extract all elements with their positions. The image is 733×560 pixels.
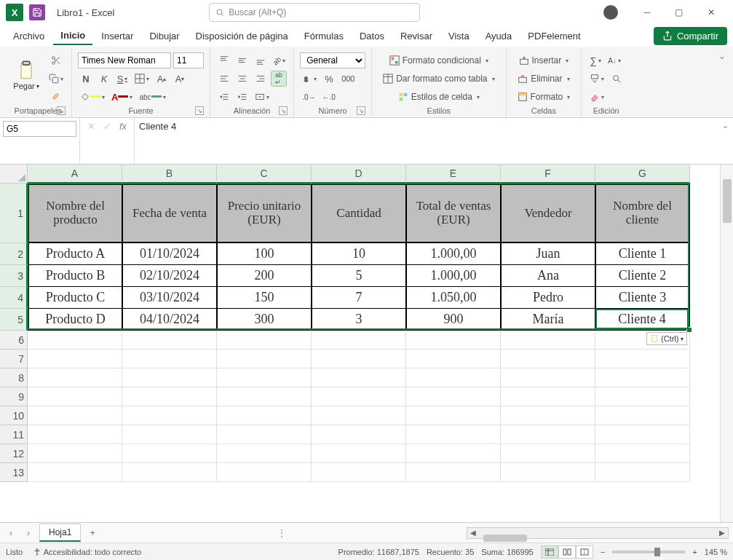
tab-pdfelement[interactable]: PDFelement — [520, 28, 587, 44]
share-button[interactable]: Compartir — [654, 27, 727, 45]
cell-D4[interactable]: 7 — [312, 287, 406, 309]
horizontal-scrollbar[interactable]: ◀▶ — [467, 527, 729, 539]
cell-E5[interactable]: 900 — [406, 309, 501, 331]
cell-C8[interactable] — [217, 368, 312, 387]
phonetic-button[interactable]: abc — [137, 89, 167, 105]
bold-button[interactable]: N — [78, 71, 94, 87]
cell-D5[interactable]: 3 — [312, 309, 406, 331]
cell-D13[interactable] — [312, 463, 406, 482]
row-header-9[interactable]: 9 — [0, 387, 28, 406]
row-header-7[interactable]: 7 — [0, 350, 28, 368]
copy-button[interactable] — [47, 71, 66, 87]
cell-B4[interactable]: 03/10/2024 — [122, 287, 217, 309]
tab-dibujar[interactable]: Dibujar — [142, 28, 186, 44]
cell-D8[interactable] — [312, 368, 406, 387]
cell-B10[interactable] — [122, 406, 217, 425]
cell-styles-button[interactable]: Estilos de celda — [378, 89, 499, 105]
cell-A8[interactable] — [28, 368, 122, 387]
view-page-break-button[interactable] — [576, 545, 593, 559]
cell-G10[interactable] — [595, 406, 690, 425]
cell-F9[interactable] — [501, 387, 595, 406]
cell-A4[interactable]: Producto C — [28, 287, 122, 309]
row-header-12[interactable]: 12 — [0, 444, 28, 463]
increase-indent-button[interactable] — [234, 89, 250, 105]
sheet-nav-next[interactable]: › — [22, 528, 35, 538]
user-avatar[interactable] — [603, 5, 618, 20]
cell-F3[interactable]: Ana — [501, 265, 595, 287]
find-button[interactable] — [609, 71, 625, 87]
cell-F2[interactable]: Juan — [501, 243, 595, 265]
clipboard-launcher[interactable]: ↘ — [57, 106, 66, 115]
cell-A9[interactable] — [28, 387, 122, 406]
cell-E13[interactable] — [406, 463, 501, 482]
col-header-D[interactable]: D — [312, 165, 406, 184]
cell-E12[interactable] — [406, 444, 501, 463]
italic-button[interactable]: K — [96, 71, 112, 87]
font-launcher[interactable]: ↘ — [195, 106, 204, 115]
font-color-button[interactable]: A — [109, 89, 135, 105]
cell-D10[interactable] — [312, 406, 406, 425]
cell-D9[interactable] — [312, 387, 406, 406]
fx-button[interactable]: fx — [116, 121, 130, 132]
cell-A11[interactable] — [28, 425, 122, 444]
format-painter-button[interactable] — [47, 89, 66, 105]
col-header-A[interactable]: A — [28, 165, 122, 184]
sheet-tab-hoja1[interactable]: Hoja1 — [39, 524, 81, 542]
sort-filter-button[interactable]: A↓ — [606, 52, 623, 68]
percent-button[interactable]: % — [321, 71, 337, 87]
spreadsheet-grid[interactable]: ABCDEFG 12345678910111213 Nombre del pro… — [0, 165, 733, 522]
close-button[interactable]: ✕ — [695, 1, 727, 23]
tab-datos[interactable]: Datos — [352, 28, 392, 44]
cell-B3[interactable]: 02/10/2024 — [122, 265, 217, 287]
fill-color-button[interactable] — [78, 89, 107, 105]
cell-D1[interactable]: Cantidad — [312, 184, 406, 243]
autosum-button[interactable]: ∑ — [587, 52, 603, 68]
cell-F5[interactable]: María — [501, 309, 595, 331]
align-center-button[interactable] — [234, 71, 250, 87]
cell-C3[interactable]: 200 — [217, 265, 312, 287]
cell-B12[interactable] — [122, 444, 217, 463]
cell-C2[interactable]: 100 — [217, 243, 312, 265]
cell-B8[interactable] — [122, 368, 217, 387]
cell-B2[interactable]: 01/10/2024 — [122, 243, 217, 265]
vertical-scrollbar[interactable] — [720, 165, 733, 522]
search-box[interactable]: Buscar (Alt+Q) — [209, 3, 420, 22]
cell-A5[interactable]: Producto D — [28, 309, 122, 331]
number-format-combo[interactable]: General — [300, 52, 365, 68]
ribbon-collapse-button[interactable]: ⌄ — [716, 48, 729, 117]
tab-vista[interactable]: Vista — [441, 28, 477, 44]
col-header-B[interactable]: B — [122, 165, 217, 184]
cell-B7[interactable] — [122, 350, 217, 368]
cell-D2[interactable]: 10 — [312, 243, 406, 265]
cell-C4[interactable]: 150 — [217, 287, 312, 309]
align-top-button[interactable] — [216, 52, 232, 68]
decrease-indent-button[interactable] — [216, 89, 232, 105]
cell-F1[interactable]: Vendedor — [501, 184, 595, 243]
cell-G11[interactable] — [595, 425, 690, 444]
paste-options-tag[interactable]: (Ctrl)▾ — [646, 332, 687, 345]
cell-C6[interactable] — [217, 331, 312, 350]
cell-G3[interactable]: Cliente 2 — [595, 265, 690, 287]
cell-D11[interactable] — [312, 425, 406, 444]
increase-decimal-button[interactable]: .0→ — [300, 89, 317, 105]
cell-G1[interactable]: Nombre del cliente — [595, 184, 690, 243]
cell-B11[interactable] — [122, 425, 217, 444]
fill-button[interactable] — [587, 71, 606, 87]
cell-D3[interactable]: 5 — [312, 265, 406, 287]
col-header-G[interactable]: G — [595, 165, 690, 184]
cell-F11[interactable] — [501, 425, 595, 444]
tab-inicio[interactable]: Inicio — [53, 27, 92, 45]
col-header-E[interactable]: E — [406, 165, 501, 184]
align-right-button[interactable] — [253, 71, 269, 87]
cell-F8[interactable] — [501, 368, 595, 387]
select-all-corner[interactable] — [0, 165, 28, 184]
cell-G12[interactable] — [595, 444, 690, 463]
paste-button[interactable]: Pegar▾ — [10, 52, 42, 98]
cancel-formula-button[interactable]: ✕ — [84, 121, 98, 132]
cell-F13[interactable] — [501, 463, 595, 482]
delete-cells-button[interactable]: Eliminar — [512, 71, 576, 87]
accessibility-status[interactable]: Accesibilidad: todo correcto — [33, 548, 141, 556]
cell-A2[interactable]: Producto A — [28, 243, 122, 265]
cell-G9[interactable] — [595, 387, 690, 406]
alignment-launcher[interactable]: ↘ — [279, 106, 288, 115]
